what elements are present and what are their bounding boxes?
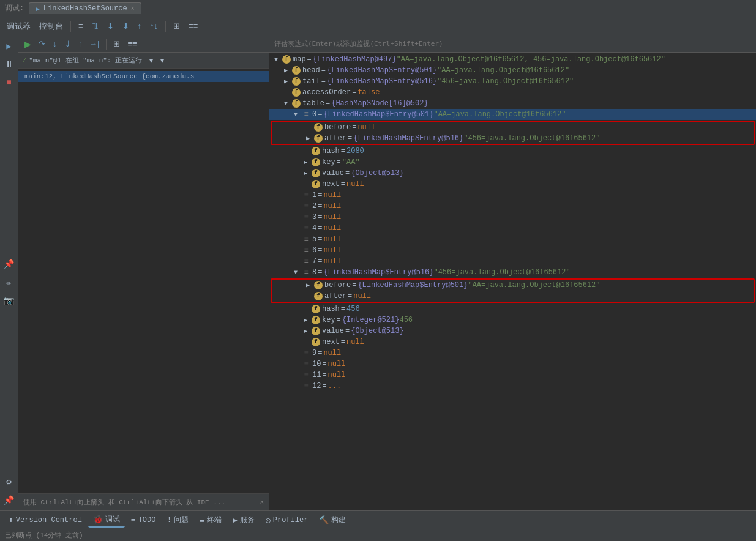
status-tab-服务[interactable]: ▶服务 — [228, 513, 260, 527]
tree-row[interactable]: ftable = {HashMap$Node[16]@502} — [269, 98, 756, 109]
tree-arrow-icon[interactable] — [301, 327, 310, 335]
tree-row[interactable]: 5 = null — [269, 234, 756, 245]
filter-btn[interactable]: ▾ — [147, 56, 155, 65]
index-icon — [302, 110, 310, 119]
tree-arrow-icon[interactable] — [301, 170, 310, 177]
field-icon: f — [312, 338, 320, 346]
var-eq: = — [341, 338, 345, 346]
eval-input[interactable] — [274, 40, 751, 48]
left-sidebar: ▶ ⏸ ■ 📌 ✏ 📷 ⚙ 📌 — [0, 35, 18, 510]
tree-row[interactable]: fvalue = {Object@513} — [269, 326, 756, 337]
tree-row[interactable]: fhash = 2080 — [269, 146, 756, 157]
tree-row[interactable]: 0 = {LinkedHashMap$Entry@501} "AA=java.l… — [269, 109, 756, 120]
tree-arrow-icon[interactable] — [282, 78, 290, 85]
status-tab-调试[interactable]: 🐞调试 — [88, 512, 125, 528]
tree-row[interactable]: 1 = null — [269, 190, 756, 201]
tree-row[interactable]: 10 = null — [269, 359, 756, 370]
status-tab-profiler[interactable]: ◎Profiler — [261, 513, 313, 527]
sidebar-gear-icon[interactable]: ⚙ — [2, 475, 16, 488]
tree-arrow-icon[interactable] — [291, 111, 300, 118]
tree-arrow-icon[interactable] — [282, 67, 290, 74]
tree-row[interactable]: fbefore = {LinkedHashMap$Entry@501} "AA=… — [272, 280, 754, 291]
status-tab-version-control[interactable]: ⬆Version Control — [4, 513, 87, 527]
var-extra: "456=java.lang.Object@16f65612" — [433, 268, 570, 277]
sidebar-stop-icon[interactable]: ■ — [2, 76, 16, 89]
tree-row[interactable]: 7 = null — [269, 256, 756, 267]
tree-arrow-icon[interactable] — [282, 100, 290, 107]
tree-row[interactable]: 2 = null — [269, 201, 756, 212]
tree-arrow-icon[interactable] — [301, 159, 310, 166]
stack-frame-0[interactable]: main:12, LinkedHashSetSource {com.zanedu… — [18, 71, 269, 82]
status-tab-label: 服务 — [240, 515, 255, 525]
index-icon — [302, 246, 310, 255]
debugger-btn[interactable]: 调试器 — [4, 20, 34, 33]
force-step-into-btn[interactable]: ⇓ — [62, 39, 73, 49]
toolbar-list-btn[interactable]: ≡≡ — [185, 20, 201, 32]
tree-row[interactable]: ftail = {LinkedHashMap$Entry@516} "456=j… — [269, 76, 756, 87]
tree-row[interactable]: 11 = null — [269, 370, 756, 381]
tree-row[interactable]: fnext = null — [269, 337, 756, 348]
tree-row[interactable]: 3 = null — [269, 212, 756, 223]
toolbar-settings-btn[interactable]: ≡ — [75, 20, 86, 32]
status-tab-构建[interactable]: 🔨构建 — [314, 513, 351, 527]
tree-row[interactable]: fbefore = null — [272, 122, 754, 133]
sidebar-pause-icon[interactable]: ⏸ — [2, 58, 16, 71]
index-icon — [302, 191, 310, 200]
tree-row[interactable]: fhead = {LinkedHashMap$Entry@501} "AA=ja… — [269, 65, 756, 76]
tree-row[interactable]: 12 = ... — [269, 381, 756, 392]
field-icon: f — [312, 158, 320, 166]
toolbar-updown-btn[interactable]: ↑↓ — [147, 20, 161, 32]
tree-arrow-icon[interactable] — [301, 316, 310, 324]
file-tab[interactable]: ▶ LinkedHashSetSource × — [29, 2, 141, 14]
toolbar-up-btn[interactable]: ↑ — [135, 20, 145, 32]
resume-btn[interactable]: ▶ — [22, 39, 34, 50]
sidebar-pin-icon[interactable]: 📌 — [2, 257, 16, 270]
sidebar-edit-icon[interactable]: ✏ — [2, 275, 16, 289]
tree-row[interactable]: fafter = {LinkedHashMap$Entry@516} "456=… — [272, 133, 754, 144]
sidebar-pin2-icon[interactable]: 📌 — [2, 493, 16, 507]
step-out-btn[interactable]: ↑ — [76, 39, 85, 49]
status-tab-icon: 🐞 — [93, 515, 103, 524]
sidebar-play-icon[interactable]: ▶ — [2, 39, 16, 53]
hint-close-icon[interactable]: × — [260, 499, 264, 506]
tab-close-icon[interactable]: × — [131, 6, 135, 12]
tree-arrow-icon[interactable] — [272, 56, 280, 63]
status-tab-todo[interactable]: ≡TODO — [126, 513, 161, 526]
stack-frame-text: main:12, LinkedHashSetSource {com.zanedu… — [24, 73, 194, 80]
var-value: {Object@513} — [351, 327, 403, 335]
tree-row[interactable]: 6 = null — [269, 245, 756, 256]
tree-row[interactable]: faccessOrder = false — [269, 87, 756, 98]
tree-row[interactable]: 4 = null — [269, 223, 756, 234]
step-over-btn[interactable]: ↷ — [36, 39, 48, 49]
toolbar-step-btn[interactable]: ⬇ — [119, 20, 132, 32]
var-name: next — [322, 180, 340, 188]
tree-row[interactable]: fhash = 456 — [269, 304, 756, 315]
tree-arrow-icon[interactable] — [291, 269, 300, 276]
tree-row[interactable]: 9 = null — [269, 348, 756, 359]
var-name: 11 — [312, 371, 321, 379]
tree-row[interactable]: fmap = {LinkedHashMap@497} "AA=java.lang… — [269, 54, 756, 65]
sidebar-camera-icon[interactable]: 📷 — [2, 294, 16, 307]
toolbar-down-btn[interactable]: ⬇ — [104, 20, 117, 32]
tree-arrow-icon[interactable] — [304, 135, 312, 142]
tree-row[interactable]: fvalue = {Object@513} — [269, 168, 756, 179]
status-tab-问题[interactable]: !问题 — [162, 513, 193, 527]
evaluate-btn[interactable]: ⊞ — [111, 39, 122, 49]
tree-row[interactable]: 8 = {LinkedHashMap$Entry@516} "456=java.… — [269, 267, 756, 278]
field-icon: f — [314, 281, 323, 289]
run-to-cursor-btn[interactable]: →| — [87, 39, 102, 49]
step-into-btn[interactable]: ↓ — [50, 39, 59, 49]
tree-row[interactable]: fnext = null — [269, 179, 756, 190]
thread-dropdown-btn[interactable]: ▾ — [158, 56, 167, 65]
var-eq: = — [341, 180, 345, 188]
toolbar-restore-btn[interactable]: ⇅ — [89, 20, 102, 32]
console-btn[interactable]: 控制台 — [36, 20, 66, 33]
tree-arrow-icon[interactable] — [304, 282, 312, 289]
tree-row[interactable]: fafter = null — [272, 291, 754, 302]
tree-row[interactable]: fkey = "AA" — [269, 157, 756, 168]
status-tab-终端[interactable]: ▬终端 — [195, 513, 226, 527]
toolbar-grid-btn[interactable]: ⊞ — [170, 20, 183, 32]
tree-row[interactable]: fkey = {Integer@521} 456 — [269, 315, 756, 326]
trace-btn[interactable]: ≡≡ — [125, 39, 139, 49]
toolbar: 调试器 控制台 ≡ ⇅ ⬇ ⬇ ↑ ↑↓ ⊞ ≡≡ — [0, 17, 756, 35]
